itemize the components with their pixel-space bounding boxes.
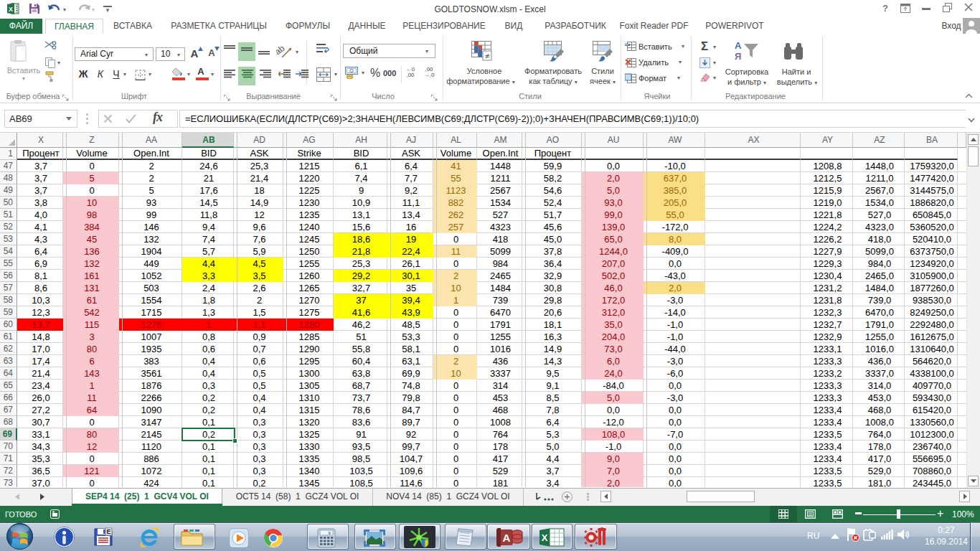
svg-text:X: X: [542, 532, 548, 543]
svg-text:E: E: [106, 528, 110, 535]
svg-text:A: A: [503, 532, 511, 544]
svg-text:X: X: [9, 6, 13, 13]
svg-text:0: 0: [328, 531, 331, 536]
svg-text:≠: ≠: [485, 52, 489, 60]
